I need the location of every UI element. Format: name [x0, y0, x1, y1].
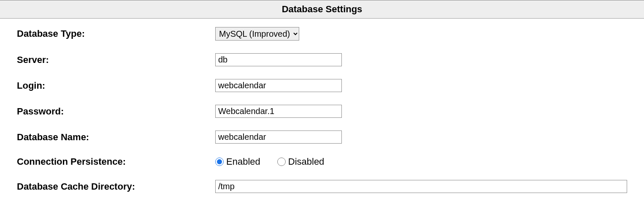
radio-disabled[interactable] — [277, 158, 286, 166]
label-cache-directory: Database Cache Directory: — [17, 181, 215, 192]
connection-persistence-group: Enabled Disabled — [215, 156, 324, 167]
row-database-type: Database Type: MySQL (Improved) — [17, 27, 627, 41]
row-server: Server: — [17, 53, 627, 66]
radio-enabled[interactable] — [215, 158, 224, 166]
login-input[interactable] — [215, 79, 342, 92]
label-login: Login: — [17, 80, 215, 91]
panel-title: Database Settings — [0, 1, 644, 19]
database-settings-panel: Database Settings Database Type: MySQL (… — [0, 0, 644, 201]
label-password: Password: — [17, 106, 215, 117]
row-connection-persistence: Connection Persistence: Enabled Disabled — [17, 156, 627, 167]
server-input[interactable] — [215, 53, 342, 66]
row-password: Password: — [17, 105, 627, 118]
row-login: Login: — [17, 79, 627, 92]
database-type-select[interactable]: MySQL (Improved) — [215, 27, 299, 41]
radio-enabled-label: Enabled — [226, 156, 260, 167]
cache-directory-input[interactable] — [215, 180, 627, 193]
settings-form: Database Type: MySQL (Improved) Server: … — [0, 19, 644, 201]
row-cache-directory: Database Cache Directory: — [17, 180, 627, 193]
radio-option-disabled[interactable]: Disabled — [277, 156, 325, 167]
database-name-input[interactable] — [215, 131, 342, 144]
radio-disabled-label: Disabled — [288, 156, 325, 167]
row-database-name: Database Name: — [17, 131, 627, 144]
label-server: Server: — [17, 54, 215, 65]
label-connection-persistence: Connection Persistence: — [17, 156, 215, 167]
label-database-type: Database Type: — [17, 28, 215, 39]
password-input[interactable] — [215, 105, 342, 118]
radio-option-enabled[interactable]: Enabled — [215, 156, 260, 167]
label-database-name: Database Name: — [17, 132, 215, 143]
